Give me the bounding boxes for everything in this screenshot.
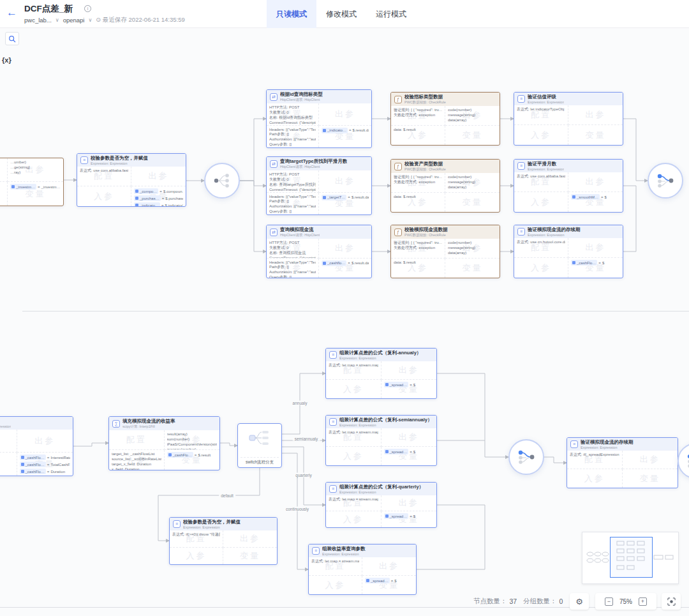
minimap[interactable] <box>582 532 679 584</box>
quadrant-watermark: 变量 <box>445 197 500 208</box>
node-config-line: data: $.result <box>394 195 442 200</box>
flow-node-m[interactable]: ≡验证模拟现金流的存续期Expression: Expression配置表达式:… <box>567 437 678 488</box>
flow-edge <box>437 373 508 457</box>
flow-canvas[interactable]: 配置出参…umber)…ge(string)…ray)入参变量_investm…… <box>0 28 689 616</box>
flow-node-k[interactable]: ≡校验参数是否为空，并赋值Expression: Expression配置表达式… <box>169 517 278 565</box>
flow-edge <box>240 181 266 186</box>
back-arrow-icon[interactable]: ← <box>6 6 17 19</box>
node-title: 设置字段名 <box>0 418 11 424</box>
merge-icon <box>656 172 674 189</box>
zoom-out-button[interactable]: − <box>605 597 613 606</box>
zoom-in-button[interactable]: + <box>639 597 647 606</box>
node-config-line: …ray) <box>10 170 61 176</box>
fit-view-button[interactable] <box>662 593 681 610</box>
node-body: 配置HTTP方法: POST失败重试: 0名称: 查询targetType所找到… <box>267 170 371 214</box>
flow-node-e2[interactable]: ≡验证平滑月数Expression: Expression配置表达式: use … <box>514 159 623 213</box>
flow-node-b[interactable]: ≡校验参数是否为空，并赋值Expression: Expression配置表达式… <box>77 153 186 207</box>
flow-node-d2[interactable]: ƒ校验资产类型数据PWC数据校验: CheckRule配置验证规则: [ { "… <box>390 159 500 213</box>
param-equals: = <box>601 195 604 199</box>
param-value: $ <box>413 383 415 387</box>
node-title: 组装计算点差的公式（复利-semiannualy） <box>339 417 432 423</box>
edge-label-semiannualy: semiannualy <box>293 437 320 441</box>
tab-只读模式[interactable]: 只读模式 <box>267 0 316 28</box>
node-config-line: 失败处理方式: exception <box>394 246 442 251</box>
flow-node-i3[interactable]: ≡组装计算点差的公式（复利-quarterly）Expression: Expr… <box>325 482 437 528</box>
tab-修改模式[interactable]: 修改模式 <box>316 0 366 28</box>
api-select[interactable]: openapi <box>63 17 85 24</box>
flow-edge <box>623 119 648 181</box>
junction-node-merge[interactable] <box>648 163 683 199</box>
node-quadrant-br: 变量_spread…=$ <box>382 511 437 527</box>
node-quadrant-tl: 配置表达式: let map = stream.map()… <box>326 428 382 447</box>
settings-button[interactable]: ⚙ <box>570 593 589 610</box>
quadrant-watermark: 出参 <box>568 176 623 188</box>
node-quadrant-tl: 配置HTTP方法: POST失败重试: 0名称: 查询模拟现金流ConnectT… <box>267 239 319 259</box>
node-subtitle: Expression: Expression <box>339 490 424 494</box>
node-quadrant-tl: 配置HTTP方法: POST失败重试: 0名称: 查询targetType所找到… <box>267 170 319 193</box>
variables-button[interactable]: {x} <box>2 56 11 64</box>
node-header: ƒ校验模拟现金流数据PWC数据校验: CheckRule <box>391 225 500 239</box>
flow-node-g[interactable]: ∑填充模拟现金流的收益率scipy计算: Interp1Fill配置出参resu… <box>108 416 220 470</box>
chevron-down-icon[interactable]: ∨ <box>56 17 59 23</box>
switch-node[interactable]: switch流程分支 <box>237 423 282 468</box>
quadrant-watermark: 入参 <box>567 473 622 485</box>
node-config-line: HTTP方法: POST <box>269 172 316 177</box>
flow-node-e1[interactable]: ≡验证估值评级Expression: Expression配置表达式: let … <box>514 92 623 146</box>
junction-node-merge[interactable] <box>678 443 689 479</box>
chevron-down-icon[interactable]: ∨ <box>88 17 92 23</box>
param-value: $ <box>394 579 396 583</box>
node-body: 配置表达式: let map = stream.map()…出参入参变量_spr… <box>326 361 436 398</box>
node-subtitle: PWC数据校验: CheckRule <box>404 167 446 172</box>
param-name: _cashFlo… <box>26 456 45 460</box>
node-titles: 组装计算点差的公式（复利-semiannualy）Expression: Exp… <box>339 417 432 427</box>
flow-node-e3[interactable]: ≡验证模拟现金流的存续期Expression: Expression配置表达式:… <box>514 225 623 278</box>
node-quadrant-bl: 入参 <box>326 380 382 398</box>
param-value: $ <box>413 450 415 454</box>
flow-node-f[interactable]: ≡设置字段名Expression: Expression配置Rate =…出参入… <box>0 416 73 476</box>
mode-tabs: 只读模式修改模式运行模式 <box>267 0 416 28</box>
flow-node-c1[interactable]: ⇄根据id查询指标类型HttpClient请求: HttpClient配置HTT… <box>266 89 372 148</box>
param-chip-icon <box>572 195 575 199</box>
quadrant-watermark: 配置 <box>0 164 7 176</box>
node-config-line: source_list: _smDBInRateListOn… <box>112 457 161 462</box>
flow-node-i1[interactable]: ≡组装计算点差的公式（复利-annualy）Expression: Expres… <box>325 348 437 399</box>
flow-node-d1[interactable]: ƒ校验指标类型数据PWC数据校验: CheckRule配置验证规则: [ { "… <box>390 92 500 146</box>
node-quadrant-br: 变量_targetT…=$.result.data <box>319 193 371 215</box>
param-chip-icon <box>385 383 389 386</box>
flow-node-i2[interactable]: ≡组装计算点差的公式（复利-semiannualy）Expression: Ex… <box>325 415 437 466</box>
node-titles: 验证估值评级Expression: Expression <box>528 94 564 104</box>
junction-node-split[interactable] <box>204 163 240 199</box>
flow-node-d3[interactable]: ƒ校验模拟现金流数据PWC数据校验: CheckRule配置验证规则: [ { … <box>390 225 500 278</box>
quadrant-watermark: 出参 <box>568 109 623 121</box>
node-titles: 校验模拟现金流数据PWC数据校验: CheckRule <box>404 227 448 237</box>
flow-edge <box>240 181 266 252</box>
node-titles: 校验资产类型数据PWC数据校验: CheckRule <box>404 161 446 172</box>
node-titles: 校验参数是否为空，并赋值Expression: Expression <box>91 155 148 165</box>
minimap-viewport[interactable] <box>610 537 653 578</box>
edge-label-default: default <box>219 493 235 498</box>
node-config-line: 表达式: use com.alibaba.fastjson… <box>80 169 128 174</box>
quadrant-watermark: 变量 <box>445 262 500 274</box>
quadrant-watermark: 配置 <box>0 435 17 447</box>
node-config-line: 表达式: use cn.hutool.core.date… <box>517 240 565 245</box>
search-button[interactable] <box>5 32 19 45</box>
flow-node-j[interactable]: ≡组装收益率查询参数Expression: Expression配置表达式: l… <box>308 544 417 595</box>
tab-运行模式[interactable]: 运行模式 <box>366 0 416 28</box>
param-tag: _cashFlo…=TotalCashF… <box>20 462 71 467</box>
info-icon[interactable]: i <box>84 5 91 12</box>
node-quadrant-tr: 出参 <box>382 428 437 447</box>
env-select[interactable]: pwc_lab... <box>24 17 52 24</box>
param-chip: _cashflo… <box>322 260 346 266</box>
node-body: 配置验证规则: [ { "required": tru…失败处理方式: exce… <box>391 106 500 145</box>
node-header: ƒ校验资产类型数据PWC数据校验: CheckRule <box>391 160 500 173</box>
junction-node-merge[interactable] <box>508 439 544 475</box>
node-body: 配置HTTP方法: POST失败重试: 0名称: 根据id查询指标类型Conne… <box>267 103 371 147</box>
param-tag: _smoothM…=$ <box>571 194 620 200</box>
node-quadrant-tl: 配置验证规则: [ { "required": tru…失败处理方式: exce… <box>391 106 445 126</box>
param-equals: = <box>162 197 165 200</box>
flow-node-c2[interactable]: ⇄查询targetType所找到平滑月数HttpClient请求: HttpCl… <box>266 156 372 215</box>
node-config-line: message(string) <box>448 180 497 185</box>
node-quadrant-tl: 配置验证规则: [ { "required": tru…失败处理方式: exce… <box>391 239 445 259</box>
flow-node-a[interactable]: 配置出参…umber)…ge(string)…ray)入参变量_investm…… <box>0 158 64 206</box>
flow-node-c3[interactable]: ⇄查询模拟现金流HttpClient请求: HttpClient配置HTTP方法… <box>266 225 372 278</box>
